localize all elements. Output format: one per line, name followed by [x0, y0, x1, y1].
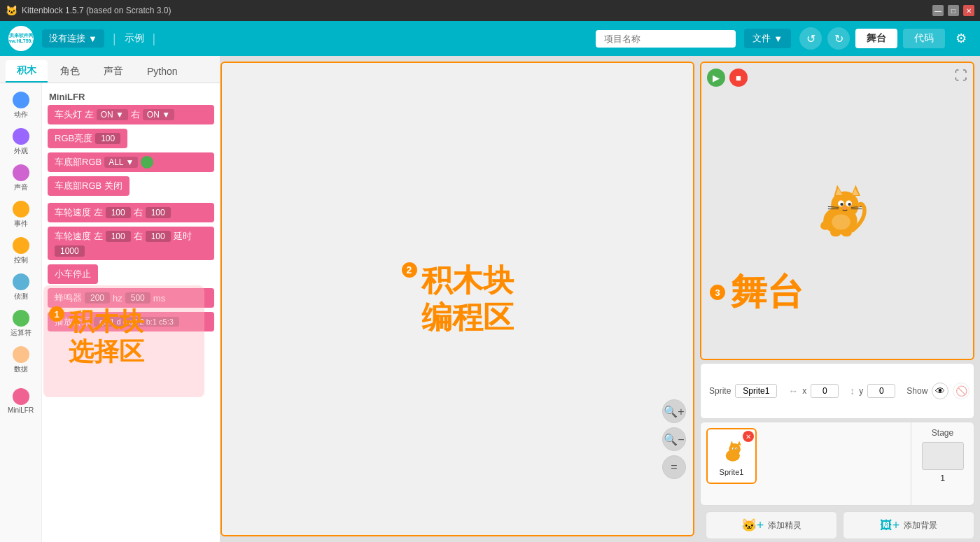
- maximize-button[interactable]: □: [948, 5, 959, 16]
- cat-events[interactable]: 事件: [0, 198, 41, 231]
- cat-data-label: 数据: [14, 364, 28, 374]
- add-sprite-button[interactable]: 🐱+ 添加精灵: [706, 511, 837, 539]
- cat-events-label: 事件: [14, 219, 28, 229]
- fullscreen-button[interactable]: ⛶: [955, 69, 967, 83]
- cat-control[interactable]: 控制: [0, 234, 41, 268]
- block-chassis-rgb[interactable]: 车底部RGB ALL ▼: [48, 152, 214, 172]
- add-backdrop-icon: 🖼+: [880, 518, 900, 533]
- cat-minifr-dot: [13, 388, 29, 405]
- sprite-list-area: ✕ Sprite1 Stage: [700, 422, 974, 506]
- chassis-rgb-dropdown[interactable]: ALL ▼: [104, 157, 138, 168]
- chevron-down-icon: ▼: [88, 34, 97, 44]
- show-group: Show 👁 🚫: [906, 383, 969, 399]
- window-title: Kittenblock 1.5.7 (based on Scratch 3.0): [22, 6, 932, 15]
- svg-point-17: [841, 229, 852, 236]
- svg-point-16: [830, 229, 841, 236]
- chevron-down-icon: ▼: [774, 34, 783, 44]
- cat-data-dot: [13, 346, 29, 363]
- show-hidden-button[interactable]: 🚫: [953, 383, 969, 399]
- headlights-right-dropdown[interactable]: ON ▼: [143, 109, 174, 120]
- x-input[interactable]: [811, 384, 839, 398]
- tab-python[interactable]: Python: [136, 60, 189, 83]
- redo-button[interactable]: ↻: [827, 27, 850, 50]
- sprite-name-input[interactable]: [735, 384, 777, 398]
- tab-sounds[interactable]: 声音: [92, 60, 134, 83]
- sprite-delete-button[interactable]: ✕: [743, 431, 754, 442]
- tab-blocks[interactable]: 积木: [6, 60, 48, 83]
- annotation-2-number: 2: [402, 262, 417, 278]
- cat-data[interactable]: 数据: [0, 343, 41, 377]
- green-flag-button[interactable]: ▶: [707, 69, 725, 87]
- show-visible-button[interactable]: 👁: [932, 383, 948, 399]
- right-panel: ▶ ■ ⛶: [700, 56, 980, 542]
- block-wheel-speed[interactable]: 车轮速度 左 100 右 100: [48, 203, 214, 222]
- cat-motion[interactable]: 动作: [0, 89, 41, 122]
- svg-point-26: [736, 448, 737, 449]
- close-button[interactable]: ✕: [963, 5, 974, 16]
- bottom-buttons: 🐱+ 添加精灵 🖼+ 添加背景: [700, 508, 980, 542]
- svg-point-20: [726, 450, 740, 462]
- block-tabs: 积木 角色 声音 Python: [0, 56, 220, 83]
- svg-point-25: [733, 448, 734, 449]
- separator-2: |: [153, 31, 156, 46]
- block-rgb-brightness[interactable]: RGB亮度 100: [48, 129, 127, 148]
- project-name-input[interactable]: [596, 30, 736, 48]
- settings-button[interactable]: ⚙: [951, 28, 972, 49]
- zoom-reset-button[interactable]: =: [662, 455, 686, 479]
- show-label: Show: [906, 386, 927, 396]
- y-input[interactable]: [867, 384, 895, 398]
- tab-sprites[interactable]: 角色: [49, 60, 91, 83]
- add-sprite-icon: 🐱+: [741, 518, 764, 533]
- zoom-out-button[interactable]: 🔍−: [662, 427, 686, 451]
- stage-area: ▶ ■ ⛶: [700, 62, 974, 360]
- cat-motion-label: 动作: [14, 110, 28, 120]
- y-label: y: [859, 386, 863, 396]
- examples-button[interactable]: 示例: [125, 32, 144, 45]
- cat-sound[interactable]: 声音: [0, 162, 41, 195]
- svg-marker-22: [737, 441, 741, 445]
- cat-sound-dot: [13, 164, 29, 181]
- undo-button[interactable]: ↺: [799, 27, 822, 50]
- headlights-left-dropdown[interactable]: ON ▼: [97, 109, 128, 120]
- file-button[interactable]: 文件 ▼: [744, 29, 791, 48]
- block-headlights[interactable]: 车头灯 左 ON ▼ 右 ON ▼: [48, 105, 214, 124]
- code-area: 2 积木块 编程区 🔍+ 🔍− =: [220, 62, 694, 536]
- cat-looks[interactable]: 外观: [0, 125, 41, 159]
- x-coord-group: ↔ x: [788, 384, 839, 398]
- color-circle[interactable]: [141, 156, 153, 169]
- cat-looks-dot: [13, 128, 29, 145]
- stop-button[interactable]: ■: [729, 69, 748, 87]
- block-chassis-rgb-off[interactable]: 车底部RGB 关闭: [48, 176, 130, 196]
- add-backdrop-button[interactable]: 🖼+ 添加背景: [843, 511, 974, 539]
- block-wheel-speed-delay[interactable]: 车轮速度 左 100 右 100 延时 1000: [48, 227, 214, 260]
- cat-sensing[interactable]: 侦测: [0, 271, 41, 304]
- cat-control-dot: [13, 237, 29, 254]
- annotation-3-text: 舞台: [731, 268, 804, 317]
- annotation-3-number: 3: [710, 285, 725, 300]
- zoom-in-button[interactable]: 🔍+: [662, 399, 686, 423]
- separator-1: |: [113, 31, 116, 46]
- logo-icon: 洪来软件网 www.HL759.cn: [8, 26, 34, 51]
- cat-control-label: 控制: [14, 255, 28, 265]
- sprite-thumbnail: [715, 436, 748, 468]
- block-play-music[interactable]: 播放音乐 q5:1 d c q4:2 b:1 c5:3: [48, 312, 214, 331]
- cat-operators[interactable]: 运算符: [0, 307, 41, 341]
- minimize-button[interactable]: —: [932, 5, 944, 16]
- stage-tab-button[interactable]: 舞台: [855, 29, 897, 48]
- code-tab-button[interactable]: 代码: [903, 29, 945, 48]
- connection-dropdown[interactable]: 没有连接 ▼: [42, 29, 104, 48]
- cat-looks-label: 外观: [14, 146, 28, 156]
- sprite-item-1[interactable]: ✕ Sprite1: [706, 428, 757, 484]
- cat-minifr[interactable]: MiniLFR: [0, 385, 41, 417]
- svg-point-8: [840, 202, 843, 205]
- add-sprite-label: 添加精灵: [768, 520, 802, 532]
- window-controls: — □ ✕: [932, 5, 974, 16]
- svg-point-10: [844, 206, 846, 208]
- svg-marker-21: [730, 441, 734, 445]
- block-buzzer[interactable]: 蜂鸣器 200 hz 500 ms: [48, 288, 214, 308]
- sprite-1-name: Sprite1: [720, 468, 744, 476]
- cat-minifr-label: MiniLFR: [8, 406, 34, 414]
- stage-thumbnail: [922, 442, 964, 470]
- sprite-name-group: Sprite: [709, 384, 777, 398]
- block-stop[interactable]: 小车停止: [48, 264, 98, 284]
